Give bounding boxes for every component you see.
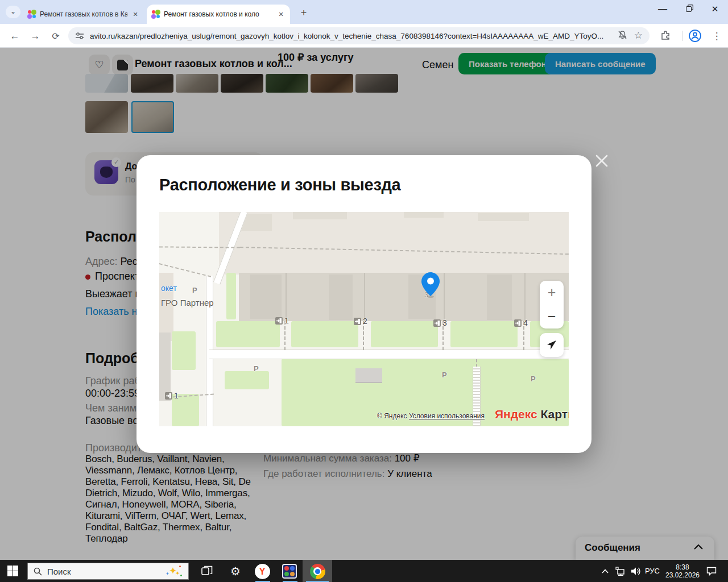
map-small-building	[355, 368, 382, 382]
map-building	[159, 332, 171, 401]
map-green-area	[226, 273, 236, 319]
browser-tab-1[interactable]: Ремонт газовых котлов в Каза ✕	[23, 5, 144, 24]
browser-menu-kebab-icon[interactable]: ⋮	[710, 29, 723, 43]
entrance-door-icon	[275, 317, 283, 325]
windows-taskbar: Поиск ✦✦✦ ⚙ Y РУС 8:3823.02.2026	[0, 560, 728, 582]
location-modal: Расположение и зоны выезда	[136, 155, 592, 453]
notification-bubble-icon	[706, 567, 717, 576]
forward-button[interactable]: →	[27, 28, 43, 44]
back-button[interactable]: ←	[7, 28, 23, 44]
yandex-map[interactable]: окет ГРО Партнер Р Р Р Р 3 1 2 3 4 1	[159, 212, 569, 426]
clock-tray[interactable]: 8:3823.02.2026	[663, 560, 702, 582]
entrance-number: 2	[363, 317, 367, 326]
map-building-section	[250, 275, 282, 319]
map-building-seam	[286, 273, 287, 321]
task-view-icon	[201, 566, 213, 577]
tab-list-chevron-down-icon[interactable]: ⌄	[6, 6, 20, 18]
window-minimize-button[interactable]: —	[650, 0, 676, 18]
entrance-door-icon	[165, 392, 172, 400]
reload-button[interactable]: ⟳	[48, 28, 64, 44]
site-settings-icon	[75, 31, 84, 40]
tray-time: 8:38	[665, 563, 700, 571]
entrance-door-icon	[433, 319, 441, 327]
chrome-icon	[309, 563, 325, 579]
map-green-area	[450, 321, 518, 347]
new-tab-button[interactable]: ＋	[297, 6, 311, 20]
geolocation-button[interactable]	[540, 333, 564, 357]
modal-title: Расположение и зоны выезда	[159, 176, 400, 194]
window-restore-button[interactable]	[676, 0, 702, 18]
map-entrance-marker: 2	[354, 317, 367, 326]
map-entrance-marker: 1	[165, 391, 179, 400]
zoom-out-button[interactable]: −	[540, 305, 564, 329]
network-tray-icon[interactable]	[613, 560, 628, 582]
map-parking-label: Р	[442, 371, 447, 379]
chrome-taskbar-button[interactable]	[303, 560, 332, 582]
toolbar-divider	[682, 31, 683, 41]
entrance-door-icon	[354, 318, 361, 325]
notification-center-button[interactable]	[703, 560, 720, 582]
notifications-blocked-icon[interactable]	[618, 30, 627, 42]
map-building-seam	[444, 273, 445, 321]
entrance-door-icon	[514, 319, 522, 327]
browser-tab-strip: ⌄ Ремонт газовых котлов в Каза ✕ Ремонт …	[0, 0, 728, 24]
volume-tray-icon[interactable]	[628, 560, 644, 582]
map-green-area	[172, 331, 196, 370]
map-terms-link[interactable]: Условия использования	[409, 412, 485, 420]
tray-date: 23.02.2026	[665, 571, 700, 579]
tab-title: Ремонт газовых котлов в Каза	[40, 10, 127, 18]
map-roof-shape	[478, 213, 529, 221]
map-parking-label: Р	[192, 286, 197, 294]
map-boundary-dashed	[476, 359, 477, 367]
search-placeholder: Поиск	[47, 567, 166, 576]
map-store-label[interactable]: окет	[161, 284, 177, 293]
navigator-arrow-icon	[546, 339, 557, 351]
extensions-icon[interactable]	[659, 29, 672, 43]
colored-dots-app-icon[interactable]	[282, 563, 297, 579]
window-close-button[interactable]: ✕	[702, 0, 728, 18]
map-org-label[interactable]: ГРО Партнер	[161, 298, 214, 307]
map-entrance-marker: 1	[275, 316, 289, 325]
windows-logo-icon	[7, 566, 18, 576]
modal-close-button[interactable]	[594, 153, 610, 169]
chevron-up-icon	[602, 569, 609, 573]
map-parking-label: Р	[254, 364, 259, 373]
close-icon	[594, 153, 610, 169]
avito-favicon	[151, 10, 160, 19]
entrance-number: 4	[523, 318, 528, 327]
copilot-sparkle-icon: ✦✦✦	[166, 564, 183, 578]
map-copyright: © Яндекс	[377, 412, 407, 420]
map-boundary-dashed	[284, 321, 286, 350]
browser-tab-2-active[interactable]: Ремонт газовых котлов и коло ✕	[147, 5, 290, 24]
map-road	[209, 350, 569, 359]
search-icon	[34, 567, 42, 576]
zoom-in-button[interactable]: +	[540, 281, 564, 305]
map-entrance-marker: 3	[433, 318, 447, 327]
map-attribution: © Яндекс Условия использования	[377, 412, 485, 420]
map-building-seam	[364, 273, 365, 321]
location-pin-icon	[420, 271, 441, 298]
taskbar-search-box[interactable]: Поиск ✦✦✦	[27, 563, 189, 580]
language-indicator[interactable]: РУС	[643, 560, 662, 582]
entrance-number: 1	[284, 316, 289, 325]
start-button[interactable]	[0, 560, 25, 582]
close-icon[interactable]: ✕	[131, 10, 140, 19]
settings-gear-icon[interactable]: ⚙	[228, 563, 243, 579]
tray-chevron-up[interactable]	[598, 560, 612, 582]
yandex-browser-icon[interactable]: Y	[254, 563, 270, 579]
ethernet-icon	[615, 567, 626, 576]
map-green-area	[216, 321, 280, 347]
task-view-button[interactable]	[199, 563, 215, 579]
map-green-area	[371, 321, 438, 347]
map-apartment-building	[239, 273, 569, 321]
map-building-section	[329, 275, 353, 320]
profile-icon[interactable]	[688, 29, 702, 43]
close-icon[interactable]: ✕	[276, 10, 286, 19]
map-roof-shape	[404, 212, 444, 218]
map-zoom-controls: + −	[540, 281, 564, 329]
bookmark-star-icon[interactable]: ☆	[634, 31, 643, 40]
address-bar[interactable]: avito.ru/kazan/predlozheniya_uslug/remon…	[68, 27, 650, 44]
map-green-area	[225, 371, 269, 389]
map-parking-label: Р	[531, 375, 536, 383]
yandex-maps-logo: Яндекс Карты	[495, 408, 569, 421]
